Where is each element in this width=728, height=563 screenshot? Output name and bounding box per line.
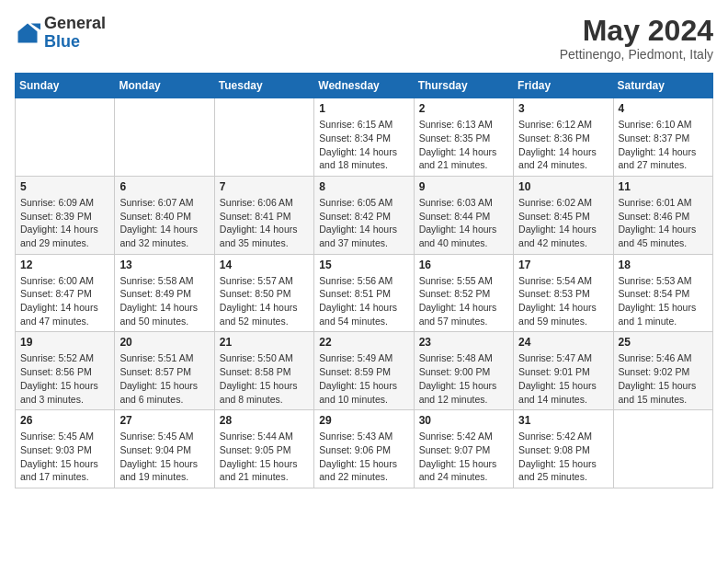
day-info: Sunrise: 6:10 AM Sunset: 8:37 PM Dayligh… [619, 118, 708, 172]
day-info: Sunrise: 5:54 AM Sunset: 8:53 PM Dayligh… [518, 274, 608, 328]
calendar-cell: 5Sunrise: 6:09 AM Sunset: 8:39 PM Daylig… [16, 176, 115, 254]
calendar-cell: 15Sunrise: 5:56 AM Sunset: 8:51 PM Dayli… [314, 254, 414, 332]
day-number: 30 [419, 414, 508, 427]
calendar-cell: 1Sunrise: 6:15 AM Sunset: 8:34 PM Daylig… [314, 98, 414, 177]
calendar-table: SundayMondayTuesdayWednesdayThursdayFrid… [15, 73, 713, 488]
day-info: Sunrise: 5:43 AM Sunset: 9:06 PM Dayligh… [319, 430, 408, 484]
day-number: 31 [518, 414, 608, 427]
day-number: 18 [619, 259, 708, 271]
day-info: Sunrise: 6:00 AM Sunset: 8:47 PM Dayligh… [20, 274, 109, 328]
calendar-cell: 11Sunrise: 6:01 AM Sunset: 8:46 PM Dayli… [613, 176, 712, 254]
logo-blue-text: Blue [44, 32, 80, 51]
calendar-week-row: 26Sunrise: 5:45 AM Sunset: 9:03 PM Dayli… [16, 410, 713, 488]
day-number: 22 [319, 336, 408, 349]
calendar-cell: 18Sunrise: 5:53 AM Sunset: 8:54 PM Dayli… [613, 254, 712, 332]
day-number: 6 [119, 180, 209, 193]
calendar-week-row: 5Sunrise: 6:09 AM Sunset: 8:39 PM Daylig… [16, 176, 713, 254]
calendar-cell: 14Sunrise: 5:57 AM Sunset: 8:50 PM Dayli… [214, 254, 313, 332]
svg-marker-0 [18, 23, 38, 42]
calendar-cell [115, 98, 214, 177]
day-info: Sunrise: 6:13 AM Sunset: 8:35 PM Dayligh… [419, 118, 508, 172]
page-header: General Blue May 2024 Pettinengo, Piedmo… [15, 15, 713, 62]
calendar-cell: 6Sunrise: 6:07 AM Sunset: 8:40 PM Daylig… [115, 176, 214, 254]
calendar-cell: 3Sunrise: 6:12 AM Sunset: 8:36 PM Daylig… [514, 98, 613, 177]
weekday-header-saturday: Saturday [613, 74, 712, 98]
location-subtitle: Pettinengo, Piedmont, Italy [560, 47, 713, 62]
day-info: Sunrise: 6:07 AM Sunset: 8:40 PM Dayligh… [119, 196, 209, 250]
calendar-cell: 16Sunrise: 5:55 AM Sunset: 8:52 PM Dayli… [414, 254, 513, 332]
weekday-header-tuesday: Tuesday [214, 74, 313, 98]
day-info: Sunrise: 5:55 AM Sunset: 8:52 PM Dayligh… [419, 274, 508, 328]
day-number: 29 [319, 414, 408, 427]
calendar-cell: 4Sunrise: 6:10 AM Sunset: 8:37 PM Daylig… [613, 98, 712, 177]
day-number: 28 [220, 414, 309, 427]
calendar-cell: 20Sunrise: 5:51 AM Sunset: 8:57 PM Dayli… [115, 332, 214, 410]
day-number: 21 [220, 336, 309, 349]
month-title: May 2024 [560, 15, 713, 47]
calendar-cell: 25Sunrise: 5:46 AM Sunset: 9:02 PM Dayli… [613, 332, 712, 410]
day-number: 5 [20, 180, 109, 193]
calendar-header-row: SundayMondayTuesdayWednesdayThursdayFrid… [16, 74, 713, 98]
logo-icon [15, 20, 40, 46]
day-number: 7 [220, 180, 309, 193]
weekday-header-friday: Friday [514, 74, 613, 98]
calendar-cell: 19Sunrise: 5:52 AM Sunset: 8:56 PM Dayli… [16, 332, 115, 410]
day-number: 11 [619, 180, 708, 193]
day-info: Sunrise: 5:44 AM Sunset: 9:05 PM Dayligh… [220, 430, 309, 484]
day-info: Sunrise: 6:05 AM Sunset: 8:42 PM Dayligh… [319, 196, 408, 250]
calendar-cell: 28Sunrise: 5:44 AM Sunset: 9:05 PM Dayli… [214, 410, 313, 488]
day-number: 3 [518, 102, 608, 115]
calendar-week-row: 19Sunrise: 5:52 AM Sunset: 8:56 PM Dayli… [16, 332, 713, 410]
calendar-cell: 22Sunrise: 5:49 AM Sunset: 8:59 PM Dayli… [314, 332, 414, 410]
day-number: 26 [20, 414, 109, 427]
day-number: 19 [20, 336, 109, 349]
title-block: May 2024 Pettinengo, Piedmont, Italy [560, 15, 713, 62]
day-info: Sunrise: 6:09 AM Sunset: 8:39 PM Dayligh… [20, 196, 109, 250]
day-number: 24 [518, 336, 608, 349]
day-info: Sunrise: 5:45 AM Sunset: 9:04 PM Dayligh… [119, 430, 209, 484]
day-info: Sunrise: 6:12 AM Sunset: 8:36 PM Dayligh… [518, 118, 608, 172]
logo: General Blue [15, 15, 106, 52]
weekday-header-thursday: Thursday [414, 74, 513, 98]
calendar-cell: 31Sunrise: 5:42 AM Sunset: 9:08 PM Dayli… [514, 410, 613, 488]
day-info: Sunrise: 6:15 AM Sunset: 8:34 PM Dayligh… [319, 118, 408, 172]
calendar-cell [613, 410, 712, 488]
day-number: 27 [119, 414, 209, 427]
calendar-cell: 24Sunrise: 5:47 AM Sunset: 9:01 PM Dayli… [514, 332, 613, 410]
calendar-cell: 27Sunrise: 5:45 AM Sunset: 9:04 PM Dayli… [115, 410, 214, 488]
day-info: Sunrise: 5:58 AM Sunset: 8:49 PM Dayligh… [119, 274, 209, 328]
logo-general-text: General [44, 14, 106, 32]
day-number: 4 [619, 102, 708, 115]
calendar-cell [16, 98, 115, 177]
calendar-cell: 23Sunrise: 5:48 AM Sunset: 9:00 PM Dayli… [414, 332, 513, 410]
day-info: Sunrise: 5:42 AM Sunset: 9:07 PM Dayligh… [419, 430, 508, 484]
day-info: Sunrise: 5:53 AM Sunset: 8:54 PM Dayligh… [619, 274, 708, 328]
day-info: Sunrise: 5:47 AM Sunset: 9:01 PM Dayligh… [518, 351, 608, 406]
day-number: 23 [419, 336, 508, 349]
day-info: Sunrise: 6:02 AM Sunset: 8:45 PM Dayligh… [518, 196, 608, 250]
day-number: 14 [220, 259, 309, 271]
day-info: Sunrise: 6:06 AM Sunset: 8:41 PM Dayligh… [220, 196, 309, 250]
day-info: Sunrise: 5:52 AM Sunset: 8:56 PM Dayligh… [20, 351, 109, 406]
day-number: 1 [319, 102, 408, 115]
calendar-cell: 2Sunrise: 6:13 AM Sunset: 8:35 PM Daylig… [414, 98, 513, 177]
day-number: 8 [319, 180, 408, 193]
calendar-cell: 9Sunrise: 6:03 AM Sunset: 8:44 PM Daylig… [414, 176, 513, 254]
day-info: Sunrise: 5:51 AM Sunset: 8:57 PM Dayligh… [119, 351, 209, 406]
day-number: 13 [119, 259, 209, 271]
day-info: Sunrise: 5:42 AM Sunset: 9:08 PM Dayligh… [518, 430, 608, 484]
weekday-header-wednesday: Wednesday [314, 74, 414, 98]
day-info: Sunrise: 5:46 AM Sunset: 9:02 PM Dayligh… [619, 351, 708, 406]
day-info: Sunrise: 5:57 AM Sunset: 8:50 PM Dayligh… [220, 274, 309, 328]
day-info: Sunrise: 6:01 AM Sunset: 8:46 PM Dayligh… [619, 196, 708, 250]
day-info: Sunrise: 5:50 AM Sunset: 8:58 PM Dayligh… [220, 351, 309, 406]
calendar-week-row: 12Sunrise: 6:00 AM Sunset: 8:47 PM Dayli… [16, 254, 713, 332]
calendar-cell: 29Sunrise: 5:43 AM Sunset: 9:06 PM Dayli… [314, 410, 414, 488]
day-number: 20 [119, 336, 209, 349]
day-number: 25 [619, 336, 708, 349]
day-number: 2 [419, 102, 508, 115]
weekday-header-sunday: Sunday [16, 74, 115, 98]
calendar-body: 1Sunrise: 6:15 AM Sunset: 8:34 PM Daylig… [16, 98, 713, 488]
day-info: Sunrise: 5:56 AM Sunset: 8:51 PM Dayligh… [319, 274, 408, 328]
day-number: 12 [20, 259, 109, 271]
